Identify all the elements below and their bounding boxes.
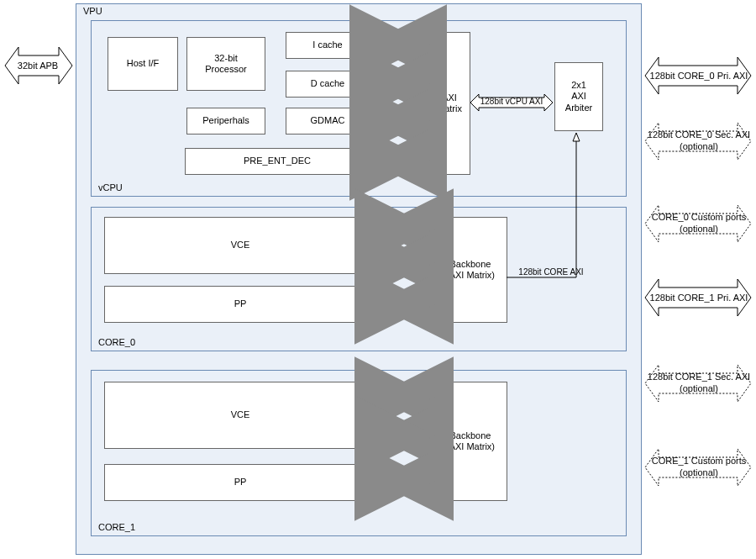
vpu-title: VPU bbox=[83, 6, 102, 16]
arrow-dcache-axi bbox=[368, 73, 428, 93]
core0-title: CORE_0 bbox=[98, 337, 135, 347]
ext-c0-sec-label: 128bit CORE_0 Sec. AXI (optional) bbox=[647, 129, 751, 153]
ext-c1-sec-label: 128bit CORE_1 Sec. AXI (optional) bbox=[647, 372, 751, 395]
ext-c0-sec-l1: 128bit CORE_0 Sec. AXI bbox=[648, 129, 750, 140]
core0-backbone-l1: Backbone bbox=[446, 259, 495, 270]
core0-pp-box: PP bbox=[104, 286, 376, 323]
ext-c1-custom-label: CORE_1 Custom ports (optional) bbox=[647, 456, 751, 479]
core1-backbone-box: Backbone (AXI Matrix) bbox=[433, 382, 507, 501]
ext-c1-pri-label: 128bit CORE_1 Pri. AXI bbox=[647, 293, 751, 304]
processor-box: 32-bit Processor bbox=[186, 37, 265, 91]
arrow-core0-vce-b bbox=[375, 252, 433, 272]
ext-c0-custom-l1: CORE_0 Custom ports bbox=[652, 212, 746, 222]
arrow-icache-axi bbox=[368, 34, 428, 55]
vcpu-axi-label: 128bit vCPU AXI bbox=[472, 97, 551, 108]
core0-to-arbiter bbox=[506, 129, 590, 281]
core0-backbone-box: Backbone (AXI Matrix) bbox=[433, 217, 507, 323]
arrow-core0-pp bbox=[375, 294, 433, 314]
axi-matrix-box: AXI Matrix bbox=[428, 32, 470, 175]
core0-backbone-l2: (AXI Matrix) bbox=[446, 270, 495, 281]
gdmac-box: GDMAC bbox=[286, 108, 370, 134]
arrow-core1-pp bbox=[375, 471, 433, 491]
core0-vce-box: VCE bbox=[104, 217, 376, 274]
dcache-box: D cache bbox=[286, 71, 370, 98]
ext-c1-custom-l2: (optional) bbox=[680, 467, 718, 477]
ext-c0-custom-l2: (optional) bbox=[680, 224, 718, 234]
ext-c1-sec-l2: (optional) bbox=[680, 383, 718, 393]
ext-apb-label: 32bit APB bbox=[5, 61, 71, 72]
ext-c1-custom-l1: CORE_1 Custom ports bbox=[652, 456, 746, 466]
host-if-box: Host I/F bbox=[108, 37, 178, 91]
arrow-core0-vce-a bbox=[375, 219, 433, 239]
core1-backbone-l1: Backbone bbox=[446, 430, 495, 441]
arrow-gdmac-axi bbox=[368, 110, 428, 130]
arrow-predec-axi bbox=[368, 150, 428, 171]
ext-c0-custom-label: CORE_0 Custom ports (optional) bbox=[647, 212, 751, 235]
ext-c0-sec-l2: (optional) bbox=[680, 141, 718, 151]
vcpu-title: vCPU bbox=[98, 182, 123, 192]
axi-arbiter-box: 2x1 AXI Arbiter bbox=[554, 62, 603, 131]
ext-c1-sec-l1: 128bit CORE_1 Sec. AXI bbox=[648, 372, 750, 382]
arrow-core1-vce-b bbox=[375, 425, 433, 446]
pre-ent-dec-box: PRE_ENT_DEC bbox=[185, 148, 370, 175]
core1-title: CORE_1 bbox=[98, 522, 135, 532]
peripherals-box: Periperhals bbox=[186, 108, 265, 134]
core1-vce-box: VCE bbox=[104, 382, 376, 449]
core0-axi-label: 128bit CORE AXI bbox=[511, 267, 591, 278]
core1-pp-box: PP bbox=[104, 464, 376, 501]
arrow-core1-vce-a bbox=[375, 387, 433, 407]
icache-box: I cache bbox=[286, 32, 370, 59]
core1-backbone-l2: (AXI Matrix) bbox=[446, 441, 495, 452]
ext-c0-pri-label: 128bit CORE_0 Pri. AXI bbox=[647, 71, 751, 82]
